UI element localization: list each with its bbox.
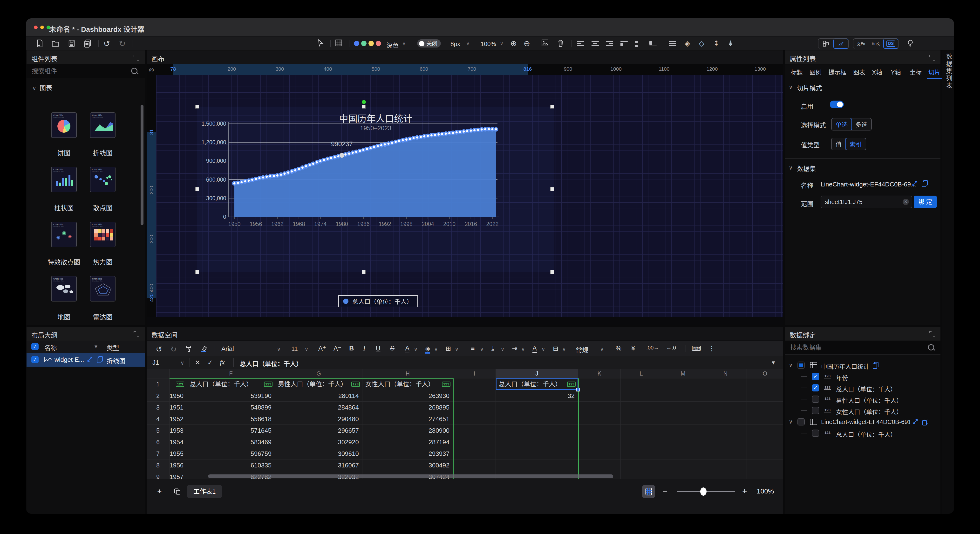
sheet-undo-icon[interactable]: ↺ — [156, 345, 162, 354]
align-right-icon[interactable] — [606, 40, 613, 46]
more-options-icon[interactable]: ⋮ — [708, 345, 715, 352]
borders-icon[interactable]: ⊞ — [445, 345, 451, 352]
rotate-handle[interactable] — [362, 100, 366, 104]
layer-front-icon[interactable]: ◈ — [683, 39, 691, 48]
column-header-O[interactable]: O — [747, 369, 783, 378]
tree-field-年份[interactable]: 123 年份 — [785, 371, 940, 382]
column-header-N[interactable]: N — [705, 369, 747, 378]
cell-J8[interactable] — [496, 459, 578, 471]
cell-O6[interactable] — [747, 436, 783, 448]
row-number[interactable]: 2 — [146, 390, 170, 402]
cell-G1[interactable]: 男性人口（单位：千人）123 — [275, 378, 363, 390]
selection-handle[interactable] — [362, 105, 366, 108]
components-scrollbar[interactable] — [141, 105, 143, 225]
range-input[interactable]: sheet1!J1:J75 ✕ — [821, 196, 912, 208]
mode-option-单选[interactable]: 单选 — [831, 118, 852, 131]
tab-图表[interactable]: 图表 — [853, 67, 865, 76]
format-paint-icon[interactable] — [185, 345, 192, 352]
cell-L7[interactable] — [621, 448, 662, 459]
sheet-redo-icon[interactable]: ↻ — [170, 345, 177, 354]
grid-size-label[interactable]: 8px — [450, 40, 460, 48]
zoom-in-sheet-icon[interactable]: + — [742, 486, 747, 496]
increase-font-icon[interactable]: A⁺ — [318, 345, 326, 352]
column-header-M[interactable]: M — [662, 369, 705, 378]
expand-dataset-icon[interactable]: ⤢ — [912, 180, 917, 187]
fill-color-icon[interactable]: ◈ — [425, 345, 430, 354]
cell-O7[interactable] — [747, 448, 783, 459]
cell-N9[interactable] — [705, 471, 747, 479]
cell-O8[interactable] — [747, 459, 783, 471]
cell-F7[interactable]: 596759 — [187, 448, 275, 459]
row-number[interactable]: 3 — [146, 402, 170, 413]
enable-toggle[interactable] — [830, 100, 844, 108]
selection-handle[interactable] — [195, 187, 199, 191]
tree-field-女性人口（单位：千人）[interactable]: 123 女性人口（单位：千人） — [785, 405, 940, 416]
cell-M4[interactable] — [662, 413, 705, 425]
cell-G6[interactable]: 302920 — [275, 436, 363, 448]
align-bottom-icon[interactable] — [649, 40, 657, 46]
cell-E6[interactable]: 1954 — [170, 436, 187, 448]
tab-X轴[interactable]: X轴 — [872, 67, 882, 76]
zoom-out-sheet-icon[interactable]: − — [663, 486, 668, 496]
sheet-tab[interactable]: 工作表1 — [187, 485, 222, 498]
cell-G4[interactable]: 290480 — [275, 413, 363, 425]
mode-option-多选[interactable]: 多选 — [851, 118, 871, 130]
cell-O5[interactable] — [747, 425, 783, 436]
align-left-icon[interactable] — [577, 40, 584, 46]
expand-widget-icon[interactable]: ⤢ — [87, 355, 92, 363]
close-window-button[interactable] — [34, 26, 38, 29]
corner-cell[interactable] — [146, 369, 170, 378]
cell-M2[interactable] — [662, 390, 705, 402]
distribute-horizontal-icon[interactable] — [669, 40, 676, 46]
cell-F2[interactable]: 539190 — [187, 390, 275, 402]
outline-row-widget[interactable]: widget-E... ⤢ 折线图 — [27, 352, 145, 367]
text-rotate-icon[interactable]: A — [533, 345, 537, 353]
row-number[interactable]: 8 — [146, 459, 170, 471]
column-header-L[interactable]: L — [621, 369, 662, 378]
cell-F8[interactable]: 610335 — [187, 459, 275, 471]
dataset-list-tab[interactable]: 数据集列表 — [944, 53, 953, 89]
column-header-G[interactable]: G — [275, 369, 363, 378]
selection-handle[interactable] — [195, 105, 199, 108]
component-item-bar[interactable]: Chart TitleChart Sub—Title — [51, 167, 77, 192]
tree-field-总人口（单位：千人）[interactable]: 123 总人口（单位：千人） — [785, 382, 940, 394]
cancel-entry-icon[interactable]: ✕ — [195, 359, 200, 367]
increase-decimal-icon[interactable]: .00→ — [646, 345, 659, 351]
save-as-icon[interactable] — [83, 39, 92, 48]
export-image-icon[interactable] — [541, 39, 549, 48]
cell-K7[interactable] — [578, 448, 621, 459]
cell-K6[interactable] — [578, 436, 621, 448]
cell-N2[interactable] — [705, 390, 747, 402]
align-middle-icon[interactable] — [635, 40, 642, 46]
minimize-window-button[interactable] — [40, 26, 44, 29]
function-icon[interactable]: fx — [220, 359, 225, 366]
dataset-search-input[interactable]: 搜索数据集 — [785, 341, 940, 355]
cell-fill-handle[interactable] — [576, 388, 580, 391]
cell-reference[interactable]: J1 — [153, 359, 159, 367]
column-header-years[interactable] — [170, 369, 187, 378]
selection-handle[interactable] — [195, 270, 199, 274]
cell-G8[interactable]: 316067 — [275, 459, 363, 471]
cell-L9[interactable] — [621, 471, 662, 479]
row-number[interactable]: 6 — [146, 436, 170, 448]
cell-E8[interactable]: 1956 — [170, 459, 187, 471]
cell-O2[interactable] — [747, 390, 783, 402]
cell-L1[interactable] — [621, 378, 662, 390]
cell-N7[interactable] — [705, 448, 747, 459]
component-item-line[interactable]: Chart TitleChart Sub—Title — [90, 112, 116, 138]
widget-visible-checkbox[interactable] — [31, 356, 38, 363]
design-canvas[interactable]: 中国历年人口统计 1950–2023 1,500,0001,200,000900… — [156, 75, 783, 317]
font-size-select[interactable]: 11 — [291, 345, 298, 352]
cell-E1[interactable]: 123 — [170, 378, 187, 390]
tab-切片[interactable]: 切片 — [928, 67, 940, 76]
font-family-chevron-icon[interactable]: ∨ — [277, 346, 281, 352]
selection-handle[interactable] — [550, 270, 554, 274]
font-color-icon[interactable]: A — [405, 345, 409, 353]
zoom-in-icon[interactable]: ⊕ — [509, 39, 518, 48]
undo-icon[interactable]: ↺ — [103, 39, 111, 48]
tips-lightbulb-icon[interactable] — [906, 39, 915, 48]
component-item-map[interactable]: Chart TitleChart Sub—Title — [51, 276, 77, 301]
confirm-entry-icon[interactable]: ✓ — [207, 359, 213, 367]
component-item-heatmap[interactable]: Chart TitleChart Sub—Title — [90, 222, 116, 247]
cell-L6[interactable] — [621, 436, 662, 448]
